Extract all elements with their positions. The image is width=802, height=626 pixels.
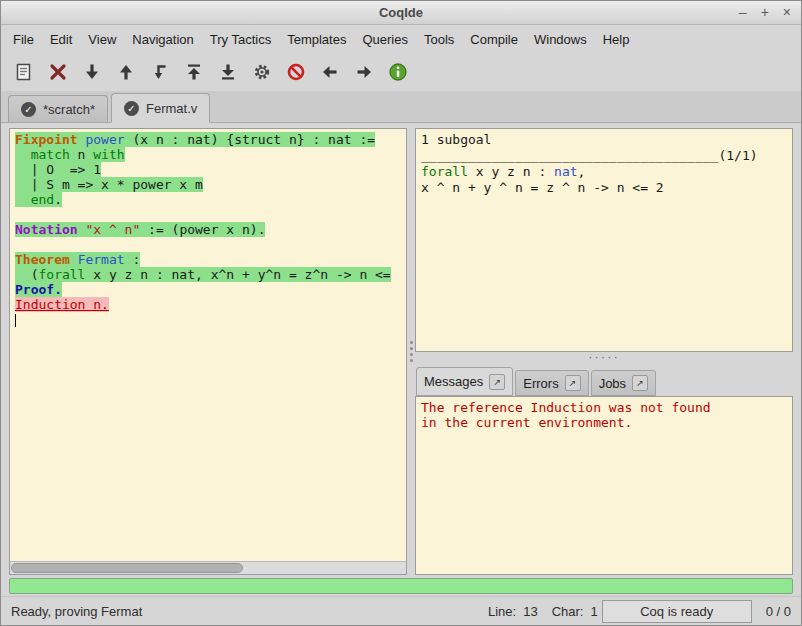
right-column: 1 subgoal_______________________________… <box>415 128 793 575</box>
code-line: Fixpoint power (x n : nat) {struct n} : … <box>15 132 401 147</box>
menubar: FileEditViewNavigationTry TacticsTemplat… <box>1 25 801 53</box>
goals-content: 1 subgoal_______________________________… <box>416 129 792 199</box>
tab-jobs[interactable]: Jobs ↗ <box>591 370 656 396</box>
fully-check-button[interactable] <box>249 59 275 85</box>
go-to-cursor-icon <box>150 62 170 82</box>
status-left: Ready, proving Fermat <box>11 604 142 619</box>
coq-status: Coq is ready <box>602 600 752 623</box>
code-line: match n with <box>15 147 401 162</box>
code-line <box>15 312 401 327</box>
goals-panel: 1 subgoal_______________________________… <box>415 128 793 352</box>
detach-icon[interactable]: ↗ <box>489 374 505 390</box>
menu-edit[interactable]: Edit <box>42 27 80 52</box>
text-caret <box>15 314 16 327</box>
go-to-start-button[interactable] <box>181 59 207 85</box>
messages-panel: The reference Induction was not foundin … <box>415 396 793 575</box>
status-count: 0 / 0 <box>766 604 791 619</box>
tab-check-icon: ✓ <box>124 101 139 116</box>
code-line: x ^ n + y ^ n = z ^ n -> n <= 2 <box>421 180 787 196</box>
about-icon <box>388 62 408 82</box>
menu-view[interactable]: View <box>80 27 124 52</box>
tab-fermat[interactable]: ✓ Fermat.v <box>111 93 210 123</box>
step-forward-icon <box>82 62 102 82</box>
tab-label: Jobs <box>599 376 626 391</box>
code-line: | S m => x * power x m <box>15 177 401 192</box>
message-tabbar: Messages ↗ Errors ↗ Jobs ↗ <box>415 365 793 396</box>
tab-scratch[interactable]: ✓ *scratch* <box>8 95 108 122</box>
save-icon <box>14 62 34 82</box>
detach-icon[interactable]: ↗ <box>565 375 581 391</box>
tab-label: Messages <box>424 374 483 389</box>
menu-templates[interactable]: Templates <box>279 27 354 52</box>
menu-navigation[interactable]: Navigation <box>124 27 201 52</box>
step-backward-icon <box>116 62 136 82</box>
code-line: 1 subgoal <box>421 132 787 148</box>
horizontal-scrollbar[interactable] <box>10 561 406 574</box>
coqide-window: CoqIde – + × FileEditViewNavigationTry T… <box>0 0 802 626</box>
code-line <box>15 237 401 252</box>
next-button[interactable] <box>351 59 377 85</box>
code-line: Notation "x ^ n" := (power x n). <box>15 222 401 237</box>
tab-errors[interactable]: Errors ↗ <box>515 370 588 396</box>
menu-try-tactics[interactable]: Try Tactics <box>202 27 279 52</box>
previous-button[interactable] <box>317 59 343 85</box>
menu-compile[interactable]: Compile <box>462 27 526 52</box>
line-value: 13 <box>523 604 537 619</box>
code-line: Theorem Fermat : <box>15 252 401 267</box>
code-line: (forall x y z n : nat, x^n + y^n = z^n -… <box>15 267 401 282</box>
interrupt-button[interactable] <box>283 59 309 85</box>
tab-messages[interactable]: Messages ↗ <box>416 367 513 396</box>
tab-check-icon: ✓ <box>21 102 36 117</box>
code-line: Proof. <box>15 282 401 297</box>
window-controls: – + × <box>739 4 791 21</box>
messages-content: The reference Induction was not foundin … <box>416 397 792 433</box>
go-to-start-icon <box>184 62 204 82</box>
horizontal-splitter[interactable]: ····· <box>415 352 793 365</box>
tab-label: *scratch* <box>43 102 95 117</box>
code-line <box>15 207 401 222</box>
main-area: Fixpoint power (x n : nat) {struct n} : … <box>1 123 801 575</box>
step-forward-button[interactable] <box>79 59 105 85</box>
go-to-cursor-button[interactable] <box>147 59 173 85</box>
vertical-splitter[interactable] <box>407 128 415 575</box>
code-line: Induction n. <box>15 297 401 312</box>
code-line: in the current environment. <box>421 415 787 430</box>
statusbar: Ready, proving Fermat Line: 13 Char: 1 C… <box>1 596 801 625</box>
menu-windows[interactable]: Windows <box>526 27 595 52</box>
toolbar <box>1 53 801 91</box>
interrupt-icon <box>286 62 306 82</box>
fully-check-icon <box>252 62 272 82</box>
code-line: forall x y z n : nat, <box>421 164 787 180</box>
tab-label: Errors <box>523 376 558 391</box>
titlebar[interactable]: CoqIde – + × <box>1 1 801 25</box>
menu-help[interactable]: Help <box>595 27 638 52</box>
previous-icon <box>320 62 340 82</box>
script-editor[interactable]: Fixpoint power (x n : nat) {struct n} : … <box>10 129 406 561</box>
menu-file[interactable]: File <box>5 27 42 52</box>
window-title: CoqIde <box>1 5 801 20</box>
next-icon <box>354 62 374 82</box>
line-label: Line: <box>488 604 516 619</box>
close-button[interactable]: × <box>783 4 791 21</box>
code-line: end. <box>15 192 401 207</box>
progress-bar <box>9 578 793 594</box>
go-to-end-icon <box>218 62 238 82</box>
detach-icon[interactable]: ↗ <box>632 375 648 391</box>
tab-label: Fermat.v <box>146 101 197 116</box>
maximize-button[interactable]: + <box>761 4 769 21</box>
menu-tools[interactable]: Tools <box>416 27 462 52</box>
close-icon <box>48 62 68 82</box>
tabbar: ✓ *scratch* ✓ Fermat.v <box>1 91 801 123</box>
menu-queries[interactable]: Queries <box>354 27 416 52</box>
save-button[interactable] <box>11 59 37 85</box>
about-button[interactable] <box>385 59 411 85</box>
script-panel: Fixpoint power (x n : nat) {struct n} : … <box>9 128 407 575</box>
close-buffer-button[interactable] <box>45 59 71 85</box>
code-line: The reference Induction was not found <box>421 400 787 415</box>
char-label: Char: <box>552 604 584 619</box>
scrollbar-thumb[interactable] <box>11 563 243 573</box>
go-to-end-button[interactable] <box>215 59 241 85</box>
code-line: | O => 1 <box>15 162 401 177</box>
step-backward-button[interactable] <box>113 59 139 85</box>
minimize-button[interactable]: – <box>739 4 747 21</box>
